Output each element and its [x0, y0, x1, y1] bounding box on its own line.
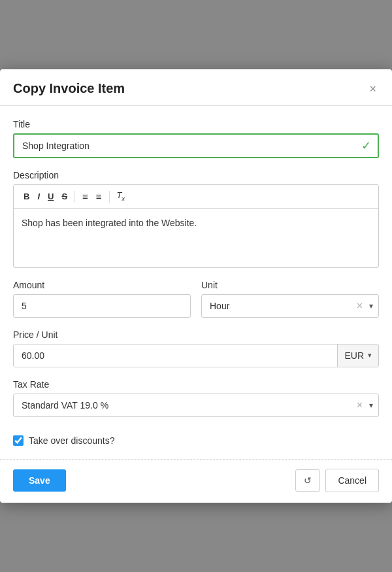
title-check-icon: ✓	[361, 139, 371, 153]
toolbar-separator-1	[74, 191, 75, 203]
unit-select[interactable]: Hour × ▾	[201, 294, 379, 318]
tax-rate-label: Tax Rate	[13, 379, 379, 390]
title-input[interactable]	[13, 133, 379, 158]
price-label: Price / Unit	[13, 329, 379, 340]
tax-rate-clear-icon[interactable]: ×	[353, 400, 367, 411]
amount-unit-row: Amount Unit Hour × ▾	[13, 280, 379, 318]
currency-select[interactable]: EUR ▾	[337, 345, 378, 367]
copy-invoice-item-modal: Copy Invoice Item × Title ✓ Description …	[0, 69, 392, 503]
amount-col: Amount	[13, 280, 191, 318]
save-button[interactable]: Save	[13, 469, 66, 492]
clear-format-button[interactable]: Tx	[114, 189, 128, 204]
editor-toolbar: B I U S ≡ ≡ Tx	[14, 185, 378, 209]
unit-label: Unit	[201, 280, 379, 290]
underline-button[interactable]: U	[44, 190, 57, 203]
price-input[interactable]	[14, 345, 337, 367]
tax-rate-arrow-icon[interactable]: ▾	[367, 401, 378, 410]
reset-button[interactable]: ↺	[295, 469, 320, 492]
italic-button[interactable]: I	[34, 190, 43, 203]
title-label: Title	[13, 119, 379, 129]
toolbar-separator-2	[109, 191, 110, 203]
description-field-group: Description B I U S ≡ ≡ Tx Shop has been…	[13, 170, 379, 268]
modal-footer: Save ↺ Cancel	[0, 459, 392, 503]
discounts-row: Take over discounts?	[13, 429, 379, 448]
unordered-list-button[interactable]: ≡	[93, 190, 105, 203]
discounts-checkbox[interactable]	[13, 435, 24, 446]
close-button[interactable]: ×	[367, 82, 379, 96]
modal-body: Title ✓ Description B I U S ≡ ≡ Tx	[0, 106, 392, 455]
currency-value: EUR	[344, 350, 364, 361]
amount-input[interactable]	[13, 294, 191, 318]
description-editor: B I U S ≡ ≡ Tx Shop has been integrated …	[13, 184, 379, 268]
title-field-group: Title ✓	[13, 119, 379, 158]
unit-arrow-icon[interactable]: ▾	[367, 301, 378, 311]
price-wrapper: EUR ▾	[13, 344, 379, 367]
tax-rate-field-group: Tax Rate Standard VAT 19.0 % × ▾	[13, 379, 379, 417]
modal-header: Copy Invoice Item ×	[0, 69, 392, 106]
strikethrough-button[interactable]: S	[58, 190, 71, 203]
discounts-label: Take over discounts?	[29, 435, 115, 446]
price-field-group: Price / Unit EUR ▾	[13, 329, 379, 367]
cancel-button[interactable]: Cancel	[325, 469, 379, 492]
tax-rate-select[interactable]: Standard VAT 19.0 % × ▾	[13, 394, 379, 417]
unit-clear-icon[interactable]: ×	[353, 301, 367, 311]
amount-label: Amount	[13, 280, 191, 290]
footer-right: ↺ Cancel	[295, 469, 379, 492]
title-input-wrapper: ✓	[13, 133, 379, 158]
currency-arrow-icon: ▾	[368, 351, 372, 360]
modal-title: Copy Invoice Item	[13, 81, 125, 96]
description-content[interactable]: Shop has been integrated into the Websit…	[14, 209, 378, 267]
ordered-list-button[interactable]: ≡	[79, 190, 91, 203]
description-label: Description	[13, 170, 379, 180]
tax-rate-value: Standard VAT 19.0 %	[14, 394, 353, 416]
bold-button[interactable]: B	[20, 190, 33, 203]
unit-col: Unit Hour × ▾	[201, 280, 379, 318]
unit-select-value: Hour	[202, 295, 353, 317]
